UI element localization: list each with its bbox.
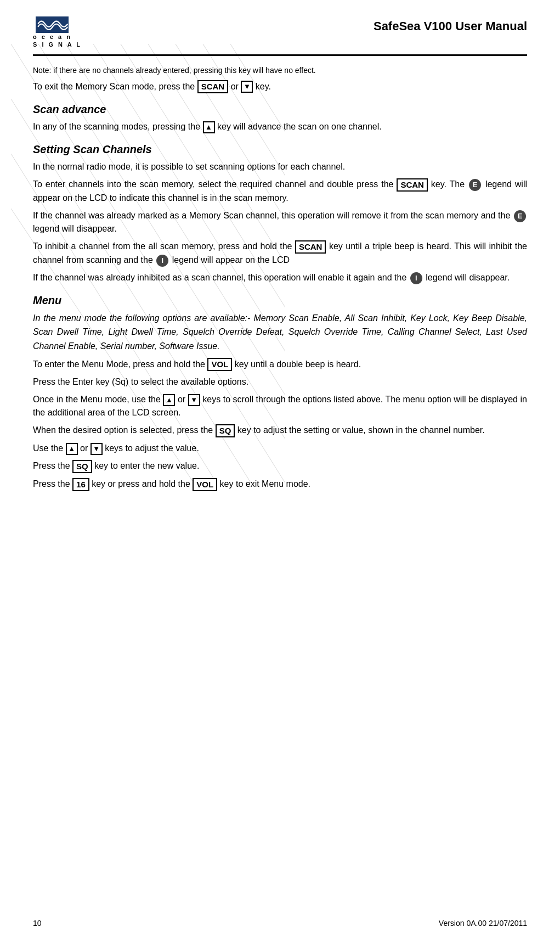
menu-title: Menu: [33, 294, 527, 307]
menu-p7: Press the 16 key or press and hold the V…: [33, 477, 527, 491]
setting-scan-p5: If the channel was already inhibited as …: [33, 271, 527, 284]
down-arrow-key: ▼: [241, 81, 253, 93]
scan-advance-para: In any of the scanning modes, pressing t…: [33, 120, 527, 133]
up-arrow-key-3: ▲: [66, 443, 78, 455]
logo: o c e a n S I G N A L: [33, 16, 82, 49]
page-number: 10: [33, 919, 42, 928]
setting-scan-p2: To enter channels into the scan memory, …: [33, 178, 527, 205]
setting-scan-p1: In the normal radio mode, it is possible…: [33, 160, 527, 173]
page-header: o c e a n S I G N A L SafeSea V100 User …: [33, 16, 527, 56]
menu-p3: Once in the Menu mode, use the ▲ or ▼ ke…: [33, 393, 527, 419]
exit-line2-text: key.: [256, 82, 271, 91]
setting-scan-p4: To inhibit a channel from the all scan m…: [33, 240, 527, 267]
scan-key-3: SCAN: [295, 240, 326, 254]
menu-italic-para: In the menu mode the following options a…: [33, 311, 527, 353]
up-arrow-key: ▲: [203, 121, 215, 133]
scan-key: SCAN: [197, 80, 229, 93]
i-badge-2: I: [410, 272, 422, 284]
scan-advance-title: Scan advance: [33, 103, 527, 116]
scan-key-2: SCAN: [397, 178, 428, 192]
vol-key-1: VOL: [207, 358, 232, 371]
exit-line-text: To exit the Memory Scan mode, press the: [33, 82, 195, 91]
sq-key-2: SQ: [72, 460, 92, 473]
down-arrow-key-2: ▼: [188, 394, 200, 406]
page-title: SafeSea V100 User Manual: [374, 16, 527, 33]
16-key: 16: [72, 478, 89, 491]
logo-line2: S I G N A L: [33, 41, 82, 48]
setting-scan-p3: If the channel was already marked as a M…: [33, 209, 527, 235]
up-arrow-key-2: ▲: [163, 394, 175, 406]
exit-memory-scan-line: To exit the Memory Scan mode, press the …: [33, 80, 527, 94]
menu-p5: Use the ▲ or ▼ keys to adjust the value.: [33, 442, 527, 455]
setting-scan-channels-title: Setting Scan Channels: [33, 143, 527, 156]
sq-key-1: SQ: [216, 424, 235, 437]
e-badge-2: E: [514, 210, 526, 222]
menu-p2: Press the Enter key (Sq) to select the a…: [33, 375, 527, 389]
menu-p6: Press the SQ key to enter the new value.: [33, 459, 527, 473]
down-arrow-key-3: ▼: [90, 443, 103, 455]
vol-key-2: VOL: [193, 478, 217, 491]
note-text: Note: if there are no channels already e…: [33, 66, 527, 75]
menu-p1: To enter the Menu Mode, press and hold t…: [33, 358, 527, 372]
version-text: Version 0A.00 21/07/2011: [439, 919, 527, 928]
page-footer: 10 Version 0A.00 21/07/2011: [33, 919, 527, 928]
logo-line1: o c e a n: [33, 33, 82, 41]
i-badge-1: I: [156, 255, 168, 267]
logo-icon: [33, 16, 71, 33]
e-badge-1: E: [469, 179, 481, 191]
menu-p4: When the desired option is selected, pre…: [33, 424, 527, 437]
